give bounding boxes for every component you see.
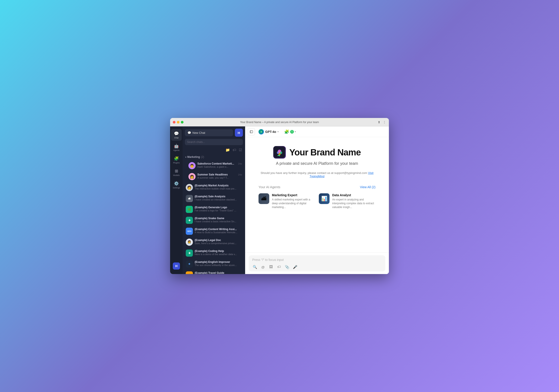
chat-item-legal-doc[interactable]: 👩‍💼 (Example) Legal Doc Sure, here's a c… <box>184 237 244 248</box>
chat-avatar-travel-guide: 🤖 <box>186 271 193 274</box>
plugin-icon: 🧩 <box>284 129 289 134</box>
sidebar-toggle-button[interactable] <box>248 128 255 135</box>
agent-desc-marketing: A skilled marketing expert with a deep u… <box>272 198 315 209</box>
chat-info-market-analysis: (Example) Market Analysis The interactiv… <box>195 184 242 190</box>
chat-time-summer: 14w <box>238 173 242 176</box>
chat-avatar-generate-logo: 🌿 <box>186 206 193 213</box>
agent-avatar-marketing: 🏙 <box>259 193 269 204</box>
agent-desc-analyst: An expert in analyzing and interpreting … <box>332 198 375 209</box>
tag-action-button[interactable]: 🏷 <box>276 264 282 270</box>
new-chat-button[interactable]: 💬 New Chat <box>185 129 233 136</box>
group-delete-button[interactable]: 🗑 <box>238 155 242 159</box>
settings-nav-icon: ⚙️ <box>174 181 179 186</box>
chat-item-english-improver[interactable]: ✦ (Example) English Improver The sun sho… <box>184 259 244 269</box>
marketing-group-header[interactable]: ▾ Marketing (2) + ✎ 🗑 <box>184 154 244 160</box>
mic-action-button[interactable]: 🎤 <box>292 264 298 270</box>
chat-item-coding-help[interactable]: ✦ (Example) Coding Help Here is a demo o… <box>184 248 244 258</box>
chat-title-salesforce: Salesforce Content Marketi... <box>197 162 236 165</box>
input-box[interactable]: Press "/" to focus input 🔍 @ 🖼 🏷 📎 🎤 <box>249 255 385 271</box>
svg-rect-10 <box>279 154 280 156</box>
title-bar: Your Brand Name – A private and secure A… <box>170 118 389 126</box>
mention-action-button[interactable]: @ <box>260 264 266 270</box>
search-action-button[interactable]: 🔍 <box>252 264 258 270</box>
plugin-chevron-icon: ▾ <box>295 130 296 133</box>
agent-name-marketing: Marketing Expert <box>272 193 315 197</box>
chat-nav-icon: 💬 <box>174 131 179 136</box>
traffic-lights <box>173 121 184 124</box>
group-edit-button[interactable]: ✎ <box>234 155 238 159</box>
main-toolbar: ✦ GPT-4o ▾ 🧩 1 ▾ <box>245 126 389 137</box>
chat-item-snake-game[interactable]: ✦ (Example) Snake Game I have created a … <box>184 215 244 226</box>
chat-info-english-improver: (Example) English Improver The sun shone… <box>195 260 242 267</box>
input-actions: 🔍 @ 🖼 🏷 📎 🎤 <box>252 263 382 270</box>
sidebar-avatar-button[interactable]: H <box>235 129 243 137</box>
chat-title-travel-guide: (Example) Travel Guide <box>195 271 242 274</box>
svg-rect-0 <box>250 130 253 133</box>
chat-title-summer: Summer Sale Headlines <box>197 173 236 176</box>
nav-item-settings[interactable]: ⚙️ Settings <box>171 179 182 191</box>
chat-info-summer: Summer Sale Headlines A summer sale, you… <box>197 173 236 179</box>
group-add-button[interactable]: + <box>230 155 233 159</box>
chat-nav-label: Chat <box>174 137 178 139</box>
agents-grid: 🏙 Marketing Expert A skilled marketing e… <box>259 192 375 210</box>
group-count: (2) <box>201 155 204 159</box>
agent-info-analyst: Data Analyst An expert in analyzing and … <box>332 193 375 209</box>
chat-title-coding-help: (Example) Coding Help <box>195 249 242 253</box>
chat-avatar-market-analysis: 🧑 <box>186 184 193 191</box>
agents-nav-icon: 🤖 <box>174 143 179 149</box>
more-options-icon[interactable]: ⋮ <box>383 120 386 124</box>
model-name: GPT-4o <box>265 130 276 134</box>
models-nav-label: Models <box>173 174 179 176</box>
app-body: 💬 Chat 🤖 Agents 🧩 Plugins ⊞ Models ⚙️ Se… <box>170 126 389 274</box>
chat-info-snake-game: (Example) Snake Game I have created a ba… <box>195 217 242 223</box>
maximize-button[interactable] <box>181 121 184 124</box>
model-icon: ✦ <box>259 129 264 134</box>
group-chevron-icon: ▾ <box>185 156 186 158</box>
chat-info-legal-doc: (Example) Legal Doc Sure, here's a compr… <box>195 239 242 245</box>
svg-point-9 <box>279 151 280 153</box>
search-bar <box>183 139 245 147</box>
chat-preview-market-analysis: The interactive bubble chart now pre... <box>195 187 242 190</box>
user-avatar[interactable]: H <box>173 262 180 270</box>
minimize-button[interactable] <box>177 121 179 124</box>
close-button[interactable] <box>173 121 176 124</box>
chat-title-snake-game: (Example) Snake Game <box>195 217 242 220</box>
attach-action-button[interactable]: 📎 <box>284 264 290 270</box>
chat-item-summer[interactable]: 👩 Summer Sale Headlines A summer sale, y… <box>184 171 244 182</box>
chat-preview-generate-logo: I've created a logo for "Travel Guru" ..… <box>195 209 242 212</box>
image-action-button[interactable]: 🖼 <box>268 264 274 270</box>
chat-preview-salesforce: Hark! Salesforce, a giant o... <box>197 165 236 168</box>
nav-item-models[interactable]: ⊞ Models <box>171 167 182 178</box>
agent-card-marketing[interactable]: 🏙 Marketing Expert A skilled marketing e… <box>259 192 315 210</box>
app-window: Your Brand Name – A private and secure A… <box>170 118 389 274</box>
view-all-agents-link[interactable]: View All (2) <box>360 185 375 189</box>
chat-avatar-legal-doc: 👩‍💼 <box>186 239 193 246</box>
chat-item-market-analysis[interactable]: 🧑 (Example) Market Analysis The interact… <box>184 182 244 193</box>
add-folder-button[interactable]: 📁 <box>224 147 231 152</box>
search-actions: 📁 🏷 ☑ <box>183 147 245 154</box>
tag-button[interactable]: 🏷 <box>232 148 237 152</box>
agent-avatar-analyst: 📊 <box>319 193 329 204</box>
chat-info-salesforce: Salesforce Content Marketi... Hark! Sale… <box>197 162 236 168</box>
chat-preview-snake-game: I have created a basic interactive Sn... <box>195 220 242 223</box>
chat-item-generate-logo[interactable]: 🌿 (Example) Generate Logo I've created a… <box>184 204 244 215</box>
nav-item-agents[interactable]: 🤖 Agents <box>171 142 182 153</box>
agent-card-analyst[interactable]: 📊 Data Analyst An expert in analyzing an… <box>319 192 375 210</box>
share-icon[interactable]: ⬆ <box>377 120 381 124</box>
model-selector[interactable]: ✦ GPT-4o ▾ <box>257 128 280 135</box>
plugin-badge: 1 <box>290 130 294 134</box>
select-button[interactable]: ☑ <box>238 147 243 152</box>
new-chat-label: New Chat <box>192 131 205 134</box>
chat-item-salesforce[interactable]: 👨 Salesforce Content Marketi... Hark! Sa… <box>184 160 244 171</box>
title-bar-actions: ⬆ ⋮ <box>377 120 386 124</box>
chat-item-content-writing[interactable]: SEO (Example) Content Writing Assi... # … <box>184 226 244 237</box>
chat-item-sale-analysis[interactable]: 🏙 (Example) Sale Analysis I have created… <box>184 193 244 204</box>
search-input[interactable] <box>185 139 243 145</box>
nav-item-chat[interactable]: 💬 Chat <box>171 129 182 141</box>
nav-item-plugins[interactable]: 🧩 Plugins <box>171 154 182 166</box>
chat-avatar-summer: 👩 <box>188 173 196 180</box>
agent-info-marketing: Marketing Expert A skilled marketing exp… <box>272 193 315 209</box>
plugin-button[interactable]: 🧩 1 ▾ <box>282 128 298 135</box>
chat-item-travel-guide[interactable]: 🤖 (Example) Travel Guide Thank you for t… <box>184 270 244 274</box>
chat-info-coding-help: (Example) Coding Help Here is a demo of … <box>195 249 242 256</box>
